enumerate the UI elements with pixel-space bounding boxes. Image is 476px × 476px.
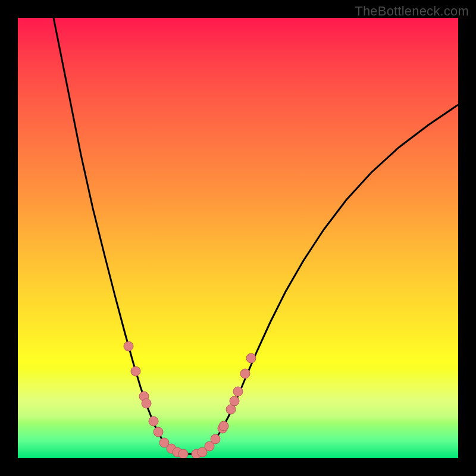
data-marker [230,396,239,406]
chart-svg [18,18,458,458]
data-marker [233,387,243,396]
data-marker [240,369,250,378]
data-marker [142,399,151,408]
data-marker [211,434,220,444]
data-marker [219,421,228,431]
data-marker [149,416,158,426]
data-marker [246,353,256,363]
data-marker [178,449,188,458]
data-marker [154,427,163,437]
data-markers [124,342,256,458]
watermark-text: TheBottleneck.com [355,4,469,19]
bottleneck-curve-left [54,18,182,454]
data-marker [124,342,133,351]
data-marker [131,367,140,376]
